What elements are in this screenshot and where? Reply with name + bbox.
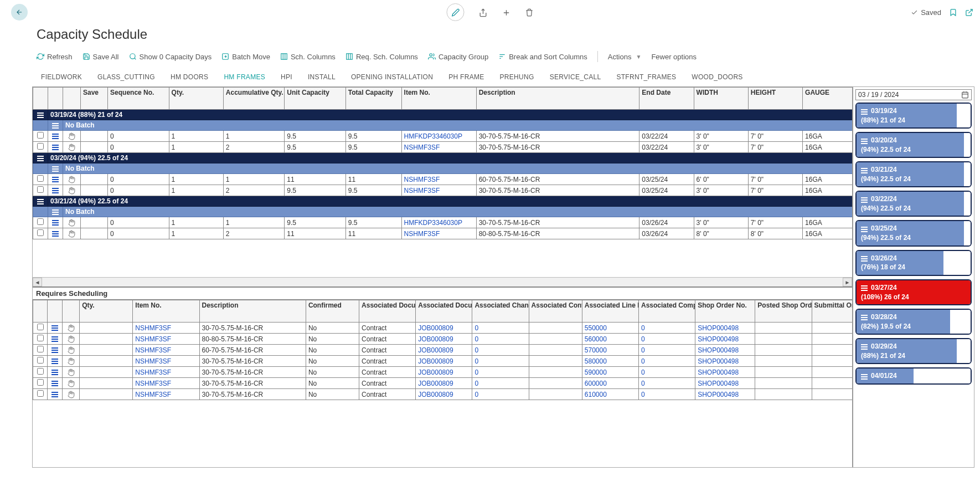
item-link[interactable]: NSHMF3SF (133, 334, 199, 345)
row-menu-icon[interactable] (48, 185, 63, 196)
drag-handle-icon[interactable] (62, 378, 79, 389)
drag-handle-icon[interactable] (62, 334, 79, 345)
tab-hm-doors[interactable]: HM DOORS (171, 73, 208, 81)
document-link[interactable]: JOB000809 (416, 323, 472, 334)
column-header[interactable]: Unit Capacity (285, 88, 346, 110)
date-picker[interactable]: 03 / 19 / 2024 (855, 89, 972, 100)
table-row[interactable]: 0111111 NSHMF3SF 60-70-5.75-M-16-CR03/25… (33, 174, 853, 185)
capacity-card[interactable]: 04/01/24 (855, 367, 972, 385)
refresh-button[interactable]: Refresh (37, 53, 73, 61)
row-menu-icon[interactable] (48, 367, 62, 378)
column-header[interactable]: Qty. (169, 88, 223, 110)
tab-glass-cutting[interactable]: GLASS_CUTTING (97, 73, 155, 81)
drag-handle-icon[interactable] (63, 228, 81, 239)
column-header[interactable]: Associated Document No. (416, 300, 472, 323)
column-header[interactable] (63, 88, 81, 110)
tab-prehung[interactable]: PREHUNG (500, 73, 534, 81)
item-link[interactable]: NSHMF3SF (133, 389, 199, 400)
row-checkbox[interactable] (37, 218, 44, 225)
row-menu-icon[interactable] (48, 142, 63, 153)
actions-menu[interactable]: Actions▼ (608, 53, 642, 61)
row-menu-icon[interactable] (48, 228, 63, 239)
document-link[interactable]: JOB000809 (416, 389, 472, 400)
row-checkbox[interactable] (37, 324, 44, 330)
shop-order-link[interactable]: SHOP000498 (695, 389, 755, 400)
shop-order-link[interactable]: SHOP000498 (695, 356, 755, 367)
column-header[interactable]: Associated Contract Variant (529, 300, 582, 323)
table-row[interactable]: 0119.59.5 HMFKDP3346030P 30-70-5.75-M-16… (33, 131, 853, 142)
share-button[interactable] (479, 7, 488, 17)
row-checkbox[interactable] (37, 335, 44, 341)
column-header[interactable] (48, 88, 63, 110)
capacity-card[interactable]: 03/19/24(88%) 21 of 24 (855, 103, 972, 129)
tab-wood-doors[interactable]: WOOD_DOORS (692, 73, 742, 81)
column-header[interactable]: Total Capacity (345, 88, 401, 110)
row-checkbox[interactable] (37, 368, 44, 375)
row-checkbox[interactable] (37, 379, 44, 386)
table-row[interactable]: NSHMF3SF 80-80-5.75-M-16-CRNoContract JO… (33, 334, 853, 345)
row-checkbox[interactable] (37, 357, 44, 364)
shop-order-link[interactable]: SHOP000498 (695, 367, 755, 378)
drag-handle-icon[interactable] (62, 389, 79, 400)
horizontal-scrollbar[interactable]: ◄► (33, 277, 852, 286)
document-link[interactable]: JOB000809 (416, 367, 472, 378)
new-button[interactable] (502, 7, 511, 17)
drag-handle-icon[interactable] (62, 323, 79, 334)
shop-order-link[interactable]: SHOP000498 (695, 345, 755, 356)
bookmark-button[interactable] (949, 8, 957, 17)
row-checkbox[interactable] (37, 229, 44, 236)
capacity-group-button[interactable]: Capacity Group (428, 53, 488, 61)
item-link[interactable]: NSHMF3SF (401, 228, 476, 239)
capacity-card[interactable]: 03/27/24(108%) 26 of 24 (855, 279, 972, 305)
column-header[interactable]: Sequence No. (108, 88, 169, 110)
tab-ph-frame[interactable]: PH FRAME (448, 73, 484, 81)
column-header[interactable] (48, 300, 62, 323)
column-header[interactable] (62, 300, 79, 323)
row-menu-icon[interactable] (48, 345, 62, 356)
row-menu-icon[interactable] (48, 334, 62, 345)
column-header[interactable] (33, 300, 48, 323)
column-header[interactable]: Qty. (80, 300, 133, 323)
tab-hpi[interactable]: HPI (281, 73, 292, 81)
table-row[interactable]: 0129.59.5 NSHMF3SF 30-70-5.75-M-16-CR03/… (33, 142, 853, 153)
item-link[interactable]: NSHMF3SF (401, 174, 476, 185)
row-checkbox[interactable] (37, 186, 44, 193)
drag-handle-icon[interactable] (62, 356, 79, 367)
item-link[interactable]: NSHMF3SF (401, 185, 476, 196)
item-link[interactable]: HMFKDP3346030P (401, 217, 476, 228)
tab-opening-installation[interactable]: OPENING INSTALLATION (351, 73, 433, 81)
column-header[interactable]: Confirmed (306, 300, 359, 323)
schedule-grid[interactable]: SaveSequence No.Qty.Accumulative Qty.Uni… (33, 87, 852, 239)
capacity-card[interactable]: 03/29/24(88%) 21 of 24 (855, 338, 972, 364)
popout-button[interactable] (965, 8, 973, 17)
item-link[interactable]: HMFKDP3346030P (401, 131, 476, 142)
column-header[interactable]: Description (199, 300, 306, 323)
capacity-card[interactable]: 03/20/24(94%) 22.5 of 24 (855, 132, 972, 158)
column-header[interactable]: End Date (639, 88, 694, 110)
column-header[interactable]: Submittal Order No. (812, 300, 852, 323)
column-header[interactable]: Accumulative Qty. (223, 88, 285, 110)
row-menu-icon[interactable] (48, 323, 62, 334)
requires-scheduling-grid[interactable]: Qty.Item No.DescriptionConfirmedAssociat… (33, 300, 852, 400)
drag-handle-icon[interactable] (63, 185, 81, 196)
column-header[interactable] (33, 88, 48, 110)
row-menu-icon[interactable] (48, 131, 63, 142)
column-header[interactable]: Item No. (401, 88, 476, 110)
row-menu-icon[interactable] (48, 217, 63, 228)
drag-handle-icon[interactable] (62, 367, 79, 378)
item-link[interactable]: NSHMF3SF (133, 378, 199, 389)
drag-handle-icon[interactable] (63, 131, 81, 142)
shop-order-link[interactable]: SHOP000498 (695, 323, 755, 334)
table-row[interactable]: NSHMF3SF 30-70-5.75-M-16-CRNoContract JO… (33, 323, 853, 334)
column-header[interactable]: Associated Line No. (582, 300, 638, 323)
item-link[interactable]: NSHMF3SF (133, 345, 199, 356)
table-row[interactable]: NSHMF3SF 30-70-5.75-M-16-CRNoContract JO… (33, 378, 853, 389)
capacity-card[interactable]: 03/21/24(94%) 22.5 of 24 (855, 161, 972, 187)
column-header[interactable]: Associated Comp. Line No. (638, 300, 695, 323)
table-row[interactable]: 0121111 NSHMF3SF 80-80-5.75-M-16-CR03/26… (33, 228, 853, 239)
column-header[interactable]: Item No. (133, 300, 199, 323)
document-link[interactable]: JOB000809 (416, 356, 472, 367)
column-header[interactable]: HEIGHT (748, 88, 802, 110)
column-header[interactable]: Associated Document Type (359, 300, 416, 323)
drag-handle-icon[interactable] (63, 142, 81, 153)
